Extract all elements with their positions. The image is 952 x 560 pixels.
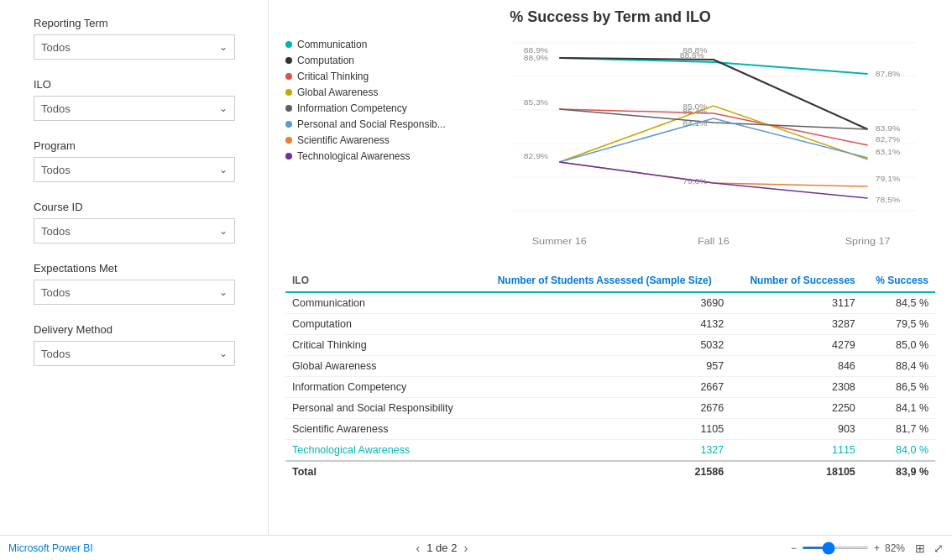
filter-value-3: Todos (41, 225, 71, 238)
cell-ilo-2: Critical Thinking (285, 335, 479, 356)
cell-ilo-7: Technological Awareness (285, 440, 479, 462)
next-page-button[interactable]: › (463, 542, 468, 555)
filter-select-2[interactable]: Todos⌄ (34, 157, 235, 182)
fullscreen-icon[interactable]: ⤢ (934, 542, 944, 555)
legend-dot-6 (285, 137, 292, 144)
filter-select-5[interactable]: Todos⌄ (34, 341, 235, 366)
filter-group-1: ILOTodos⌄ (34, 78, 251, 121)
cell-successes-2: 4279 (730, 335, 862, 356)
cell-assessed-0: 3690 (479, 292, 730, 314)
cell-pct-7: 84,0 % (862, 440, 935, 462)
cell-assessed-6: 1105 (479, 419, 730, 440)
cell-successes-8: 18105 (730, 461, 862, 482)
filter-select-4[interactable]: Todos⌄ (34, 280, 235, 305)
table-row-2: Critical Thinking5032427985,0 % (285, 335, 935, 356)
powerbi-link[interactable]: Microsoft Power BI (8, 542, 93, 554)
legend-dot-0 (285, 41, 292, 48)
legend-item-6: Scientific Awareness (285, 134, 453, 146)
svg-text:83,1%: 83,1% (876, 148, 901, 156)
cell-ilo-8: Total (285, 461, 479, 482)
cell-successes-6: 903 (730, 419, 862, 440)
legend-label-0: Communication (297, 39, 367, 50)
cell-assessed-7: 1327 (479, 440, 730, 462)
filter-label-3: Course ID (34, 201, 251, 213)
cell-pct-4: 86,5 % (862, 377, 935, 398)
fit-page-icon[interactable]: ⊞ (915, 542, 925, 555)
filter-value-2: Todos (41, 164, 71, 176)
filter-group-3: Course IDTodos⌄ (34, 201, 251, 243)
filter-value-5: Todos (41, 348, 71, 360)
cell-ilo-1: Computation (285, 314, 479, 335)
cell-pct-6: 81,7 % (862, 419, 935, 440)
zoom-level: 82% (885, 542, 905, 554)
cell-ilo-6: Scientific Awareness (285, 419, 479, 440)
cell-assessed-2: 5032 (479, 335, 730, 356)
svg-text:87,8%: 87,8% (876, 70, 901, 78)
table-row-8: Total215861810583,9 % (285, 461, 935, 482)
main-content: % Success by Term and ILO CommunicationC… (269, 0, 952, 560)
cell-assessed-3: 957 (479, 356, 730, 377)
table-header-row: ILO Number of Students Assessed (Sample … (285, 270, 935, 292)
svg-text:82,9%: 82,9% (524, 152, 549, 160)
cell-assessed-4: 2667 (479, 377, 730, 398)
filter-select-3[interactable]: Todos⌄ (34, 218, 235, 243)
legend-label-3: Global Awareness (297, 86, 379, 98)
filter-label-2: Program (34, 139, 251, 152)
dropdown-arrow-1: ⌄ (219, 102, 228, 114)
cell-successes-3: 846 (730, 356, 862, 377)
table-row-5: Personal and Social Responsibility267622… (285, 398, 935, 419)
legend-label-6: Scientific Awareness (297, 134, 390, 146)
zoom-minus-icon[interactable]: − (791, 542, 797, 554)
page-indicator: 1 de 2 (426, 542, 457, 554)
line-chart-svg: Summer 16 Fall 16 Spring 17 88,9% 88,6% … (453, 34, 935, 253)
cell-ilo-3: Global Awareness (285, 356, 479, 377)
svg-text:83,9%: 83,9% (876, 124, 901, 133)
filter-group-5: Delivery MethodTodos⌄ (34, 323, 251, 366)
chart-legend: CommunicationComputationCritical Thinkin… (285, 34, 453, 253)
svg-text:78,5%: 78,5% (876, 196, 901, 204)
filter-label-1: ILO (34, 78, 251, 91)
zoom-bar: − + 82% ⊞ ⤢ (791, 542, 944, 555)
chart-section: % Success by Term and ILO CommunicationC… (285, 8, 935, 261)
filter-group-4: Expectations MetTodos⌄ (34, 262, 251, 305)
svg-text:Spring 17: Spring 17 (845, 236, 891, 247)
svg-text:79,1%: 79,1% (876, 175, 901, 183)
filter-select-0[interactable]: Todos⌄ (34, 34, 235, 60)
legend-item-3: Global Awareness (285, 86, 453, 98)
chart-area: CommunicationComputationCritical Thinkin… (285, 34, 935, 253)
zoom-plus-icon[interactable]: + (874, 542, 880, 554)
legend-item-1: Computation (285, 55, 453, 66)
cell-assessed-1: 4132 (479, 314, 730, 335)
table-row-7: Technological Awareness1327111584,0 % (285, 440, 935, 462)
filter-select-1[interactable]: Todos⌄ (34, 96, 235, 121)
svg-text:85,3%: 85,3% (524, 98, 549, 107)
svg-text:Fall 16: Fall 16 (698, 236, 730, 247)
legend-label-1: Computation (297, 55, 354, 66)
filter-label-0: Reporting Term (34, 17, 251, 29)
table-row-0: Communication3690311784,5 % (285, 292, 935, 314)
cell-pct-1: 79,5 % (862, 314, 935, 335)
line-chart-container: Summer 16 Fall 16 Spring 17 88,9% 88,6% … (453, 34, 935, 253)
legend-item-4: Information Competency (285, 102, 453, 114)
table-row-1: Computation4132328779,5 % (285, 314, 935, 335)
prev-page-button[interactable]: ‹ (416, 542, 421, 555)
legend-dot-1 (285, 57, 292, 64)
main-container: Reporting TermTodos⌄ILOTodos⌄ProgramTodo… (0, 0, 952, 560)
col-assessed: Number of Students Assessed (Sample Size… (479, 270, 730, 292)
cell-assessed-5: 2676 (479, 398, 730, 419)
dropdown-arrow-2: ⌄ (219, 164, 228, 175)
cell-pct-3: 88,4 % (862, 356, 935, 377)
filter-value-1: Todos (41, 102, 71, 115)
cell-successes-5: 2250 (730, 398, 862, 419)
zoom-slider[interactable] (802, 547, 869, 549)
legend-label-4: Information Competency (297, 102, 407, 114)
legend-item-5: Personal and Social Responsib... (285, 118, 453, 130)
legend-item-7: Technological Awareness (285, 150, 453, 162)
svg-text:88,9%: 88,9% (524, 46, 549, 55)
svg-text:88,8%: 88,8% (683, 46, 708, 55)
legend-dot-4 (285, 105, 292, 112)
pagination: ‹ 1 de 2 › (416, 542, 468, 555)
cell-pct-2: 85,0 % (862, 335, 935, 356)
filter-label-4: Expectations Met (34, 262, 251, 275)
legend-label-2: Critical Thinking (297, 71, 369, 82)
